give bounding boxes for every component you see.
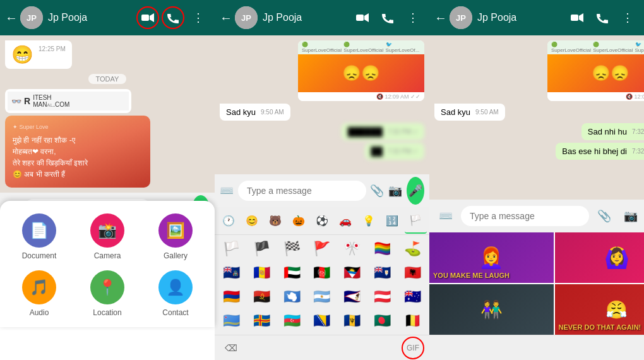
gif-laugh-content: 👩‍🦰 YOU MAKE ME LAUGH — [429, 232, 554, 283]
flag-af[interactable]: 🇦🇫 — [307, 261, 337, 284]
svg-marker-11 — [579, 13, 583, 22]
flag-as[interactable]: 🇦🇸 — [338, 285, 367, 308]
flag-ao[interactable]: 🇦🇴 — [247, 285, 277, 308]
gif-button-p2[interactable]: GIF — [402, 337, 424, 359]
header-actions-p1: ⋮ — [136, 6, 210, 29]
back-button-p1[interactable]: ← — [5, 11, 18, 25]
gif-laugh-text: YOU MAKE ME LAUGH — [433, 272, 510, 279]
voice-call-button-p3[interactable] — [591, 6, 614, 29]
emoji-tab-numbers[interactable]: 🔢 — [381, 208, 403, 234]
flag-ad[interactable]: 🇦🇩 — [247, 261, 277, 284]
flag-ax[interactable]: 🇦🇽 — [247, 309, 277, 332]
camera-button-p2[interactable]: 📷 — [388, 179, 403, 202]
mic-button-p2[interactable]: 🎤 — [407, 177, 424, 205]
gif-never-content: 😤 NEVER DO THAT AGAIN! — [555, 284, 645, 335]
emoji-tab-symbols[interactable]: 💡 — [358, 208, 380, 234]
camera-button-p3[interactable]: 📷 — [619, 205, 642, 227]
document-label: Document — [22, 251, 57, 260]
more-menu-p2[interactable]: ⋮ — [402, 6, 424, 29]
contact-icon: 👤 — [158, 270, 193, 304]
flag-checkered[interactable]: 🏁 — [277, 237, 306, 260]
attach-camera[interactable]: 📸 Camera — [90, 213, 124, 260]
attach-contact[interactable]: 👤 Contact — [158, 270, 193, 317]
flag-be[interactable]: 🇧🇪 — [398, 309, 427, 332]
header-panel2: ← JP Jp Pooja ⋮ — [215, 0, 429, 35]
flag-rainbow[interactable]: 🏳️‍🌈 — [368, 237, 397, 260]
flag-red[interactable]: 🚩 — [307, 237, 337, 260]
date-divider: TODAY — [88, 74, 127, 84]
emoji-tab-flags[interactable]: 🏳️ — [405, 208, 427, 234]
blog-section: 👓 R ITESHMANAL.COM — [5, 89, 210, 113]
voice-call-button-p2[interactable] — [376, 6, 399, 29]
panel3: 🟢 SuperLoveOfficial🟢 SuperLoveOfficial🐦 … — [429, 35, 644, 360]
flag-ae[interactable]: 🇦🇪 — [277, 261, 306, 284]
sad-kyu-p3: Sad kyu 9:50 AM — [434, 104, 644, 121]
flag-ar[interactable]: 🇦🇷 — [307, 285, 337, 308]
message-input-p3[interactable] — [461, 206, 589, 226]
gif-laugh[interactable]: 👩‍🦰 YOU MAKE ME LAUGH — [429, 232, 554, 283]
sad-kyu-time: 9:50 AM — [261, 109, 284, 116]
gif-arms[interactable]: 🙆‍♀️ — [555, 232, 645, 283]
blurred-time1: 7:32 PM ✓ — [388, 128, 418, 135]
gif-dark[interactable]: 👫 — [429, 284, 554, 335]
flag-ac[interactable]: 🇦🇨 — [217, 261, 246, 284]
attachment-overlay: 📄 Document 📸 Camera 🖼️ Gallery 🎵 Audio 📍 — [0, 201, 215, 327]
flag-white[interactable]: 🏳️ — [217, 237, 246, 260]
flag-aw[interactable]: 🇦🇼 — [217, 309, 246, 332]
more-menu-p3[interactable]: ⋮ — [616, 6, 639, 29]
flag-ba[interactable]: 🇧🇦 — [307, 309, 337, 332]
msg-blurred-1: ██████ 7:32 PM ✓ — [342, 123, 424, 140]
voice-call-button-p1[interactable] — [162, 6, 184, 29]
contact-name-p3: Jp Pooja — [477, 12, 566, 23]
gif-arms-content: 🙆‍♀️ — [555, 232, 645, 283]
superlove-header-p3: 🟢 SuperLoveOfficial🟢 SuperLoveOfficial🐦 … — [547, 40, 644, 54]
emoji-tab-objects[interactable]: 🎃 — [287, 208, 309, 234]
keyboard-button-p2[interactable]: ⌨️ — [220, 179, 234, 202]
location-label: Location — [93, 308, 121, 317]
flag-am[interactable]: 🇦🇲 — [217, 285, 246, 308]
sad-kyu-time-p3: 9:50 AM — [475, 109, 499, 116]
superlove-header-p2: 🟢 SuperLoveOfficial🟢 SuperLoveOfficial🐦 … — [298, 40, 424, 54]
gif-never[interactable]: 😤 NEVER DO THAT AGAIN! — [555, 284, 645, 335]
flag-au[interactable]: 🇦🇺 — [398, 285, 427, 308]
flag-crossed[interactable]: 🎌 — [338, 237, 367, 260]
gallery-label: Gallery — [164, 251, 188, 260]
flag-aq[interactable]: 🇦🇶 — [277, 285, 306, 308]
flag-bb[interactable]: 🇧🇧 — [338, 309, 367, 332]
attach-button-p2[interactable]: 📎 — [370, 179, 385, 202]
emoji-tab-smiley[interactable]: 😊 — [241, 208, 263, 234]
flag-ag[interactable]: 🇦🇬 — [338, 261, 367, 284]
back-button-p2[interactable]: ← — [220, 11, 232, 25]
emoji-tab-travel[interactable]: 🚗 — [335, 208, 357, 234]
flag-black[interactable]: 🏴 — [247, 237, 277, 260]
document-icon: 📄 — [22, 213, 56, 248]
contact-name-p1: Jp Pooja — [48, 12, 136, 23]
attach-gallery[interactable]: 🖼️ Gallery — [158, 213, 193, 260]
more-menu-p1[interactable]: ⋮ — [187, 6, 210, 29]
sad-kyu-text: Sad kyu — [226, 107, 256, 117]
delete-icon[interactable]: ⌫ — [220, 337, 242, 359]
video-call-button-p1[interactable] — [136, 6, 159, 29]
attach-audio[interactable]: 🎵 Audio — [22, 270, 56, 317]
keyboard-button-p3[interactable]: ⌨️ — [434, 205, 457, 227]
flag-ai[interactable]: 🇦🇮 — [368, 261, 397, 284]
emoji-tab-animals[interactable]: 🐻 — [264, 208, 286, 234]
video-call-button-p2[interactable] — [351, 6, 374, 29]
flag-bd[interactable]: 🇧🇩 — [368, 309, 397, 332]
emoji-tab-recent[interactable]: 🕐 — [217, 208, 239, 234]
sad-kyu-text-p3: Sad kyu — [441, 107, 470, 117]
audio-label: Audio — [30, 308, 49, 317]
attach-document[interactable]: 📄 Document — [22, 213, 57, 260]
img-msg-time-p2: 🔇 12:09 AM ✓✓ — [298, 92, 424, 101]
flag-al[interactable]: 🇦🇱 — [398, 261, 427, 284]
video-call-button-p3[interactable] — [566, 6, 588, 29]
attach-button-p3[interactable]: 📎 — [593, 205, 616, 227]
message-input-p2[interactable] — [238, 181, 366, 201]
blurred-time2: 7:32 PM ✓ — [388, 148, 418, 155]
emoji-tab-sports[interactable]: ⚽ — [311, 208, 333, 234]
attach-location[interactable]: 📍 Location — [90, 270, 124, 317]
flag-az[interactable]: 🇦🇿 — [277, 309, 306, 332]
flag-golf[interactable]: ⛳ — [398, 237, 427, 260]
flag-at[interactable]: 🇦🇹 — [368, 285, 397, 308]
back-button-p3[interactable]: ← — [434, 11, 447, 25]
